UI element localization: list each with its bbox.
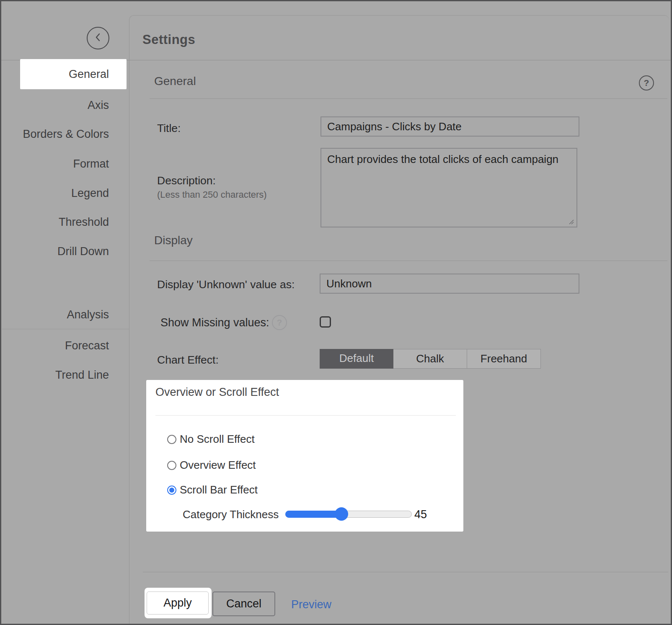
slider-thumb[interactable] [335, 507, 348, 521]
radio-selected-icon [167, 486, 176, 495]
preview-link[interactable]: Preview [291, 598, 331, 611]
sidebar-divider [2, 329, 129, 329]
title-input[interactable] [320, 116, 579, 137]
chart-effect-label: Chart Effect: [157, 353, 219, 367]
question-mark-glyph: ? [644, 78, 649, 88]
dialog-title: Settings [142, 31, 195, 49]
unknown-value-input[interactable] [320, 274, 579, 294]
category-thickness-label: Category Thickness [183, 508, 279, 521]
settings-dialog: Settings General Axis Borders & Colors F… [0, 0, 672, 625]
general-section-header: General [154, 74, 196, 88]
radio-scroll-bar-effect[interactable]: Scroll Bar Effect [167, 483, 258, 496]
sidebar-item-axis[interactable]: Axis [88, 97, 109, 114]
description-textarea[interactable]: Chart provides the total clicks of each … [320, 148, 577, 227]
chart-effect-freehand[interactable]: Freehand [467, 349, 541, 369]
question-mark-glyph: ? [277, 318, 282, 328]
scroll-effect-header: Overview or Scroll Effect [155, 386, 279, 399]
general-section-divider [150, 98, 667, 99]
radio-label: Scroll Bar Effect [180, 483, 258, 496]
show-missing-label: Show Missing values: [160, 316, 269, 329]
description-label: Description: [157, 174, 216, 187]
sidebar-item-threshold[interactable]: Threshold [59, 214, 109, 230]
show-missing-checkbox[interactable] [320, 316, 331, 328]
scroll-effect-card: Overview or Scroll Effect No Scroll Effe… [146, 380, 463, 532]
display-section-header: Display [154, 233, 193, 248]
apply-button-highlight: Apply [145, 588, 212, 618]
scroll-effect-divider [155, 415, 456, 416]
slider-fill [285, 511, 341, 518]
category-thickness-value: 45 [414, 508, 427, 521]
help-icon[interactable]: ? [639, 75, 654, 90]
radio-label: Overview Effect [180, 459, 256, 472]
radio-label: No Scroll Effect [180, 433, 255, 446]
sidebar-item-legend[interactable]: Legend [71, 185, 109, 201]
radio-overview-effect[interactable]: Overview Effect [167, 459, 256, 472]
radio-no-scroll-effect[interactable]: No Scroll Effect [167, 433, 255, 446]
sidebar-item-forecast[interactable]: Forecast [65, 337, 109, 354]
sidebar-item-borders-colors[interactable]: Borders & Colors [23, 126, 109, 142]
textarea-resize-handle[interactable] [568, 218, 574, 227]
chart-effect-chalk[interactable]: Chalk [393, 349, 467, 369]
chart-effect-segmented-control: Default Chalk Freehand [320, 349, 541, 369]
sidebar-item-general[interactable]: General [20, 59, 127, 89]
title-label: Title: [157, 121, 181, 135]
footer-divider [143, 572, 668, 572]
unknown-value-label: Display 'Unknown' value as: [157, 278, 295, 291]
chart-effect-default[interactable]: Default [320, 349, 393, 369]
sidebar-item-drill-down[interactable]: Drill Down [57, 243, 109, 260]
chevron-left-icon [95, 33, 101, 44]
category-thickness-slider[interactable] [285, 511, 412, 518]
sidebar-item-analysis[interactable]: Analysis [67, 306, 109, 323]
apply-button[interactable]: Apply [147, 591, 209, 615]
sidebar-item-trend-line[interactable]: Trend Line [55, 367, 109, 383]
radio-icon [167, 461, 176, 470]
back-button[interactable] [87, 27, 109, 49]
cancel-button[interactable]: Cancel [212, 591, 275, 616]
description-hint: (Less than 250 characters) [157, 189, 267, 201]
display-section-divider [150, 261, 667, 261]
sidebar-item-format[interactable]: Format [73, 155, 109, 172]
radio-icon [167, 435, 176, 444]
missing-values-help-icon[interactable]: ? [272, 315, 287, 330]
